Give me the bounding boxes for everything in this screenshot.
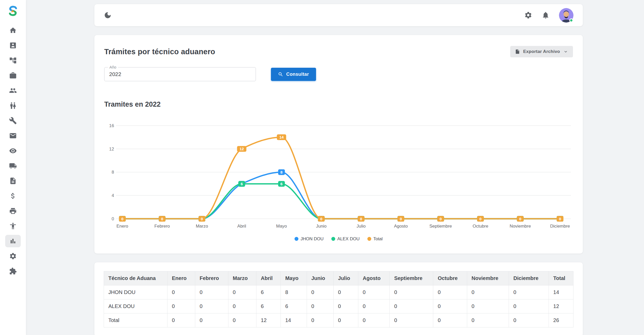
sidebar-item-extensions[interactable] xyxy=(5,265,21,277)
bar-chart-icon xyxy=(9,237,17,245)
sidebar-item-tools[interactable] xyxy=(5,114,21,127)
consultar-button[interactable]: Consultar xyxy=(271,68,316,81)
chevron-down-icon xyxy=(563,49,568,54)
sidebar-item-mail[interactable] xyxy=(5,129,21,142)
app-logo[interactable] xyxy=(7,5,19,17)
x-tick-label: Agosto xyxy=(394,224,408,229)
svg-text:14: 14 xyxy=(279,135,284,139)
legend-label: ALEX DOU xyxy=(337,236,360,242)
table-header-cell: Julio xyxy=(333,271,358,285)
search-icon xyxy=(278,72,283,77)
cell-value: 0 xyxy=(467,313,509,327)
sidebar-item-hierarchy[interactable] xyxy=(5,54,21,67)
year-field[interactable]: Año xyxy=(104,67,256,81)
sidebar-item-dollar[interactable] xyxy=(5,190,21,202)
point-label: 0 xyxy=(397,216,404,222)
table-row: Total0001214000000026 xyxy=(104,313,573,327)
tramites-card: Trámites por técnico aduanero Exportar A… xyxy=(94,35,583,254)
row-label: JHON DOU xyxy=(104,285,167,299)
filter-form: Año Consultar xyxy=(104,67,573,81)
svg-text:0: 0 xyxy=(360,217,362,221)
table-header-cell: Marzo xyxy=(228,271,256,285)
line-chart: 0481216EneroFebreroMarzoAbrilMayoJunioJu… xyxy=(104,115,573,234)
cell-value: 0 xyxy=(390,285,433,299)
sidebar-item-truck[interactable] xyxy=(5,160,21,172)
series-line xyxy=(122,137,560,219)
point-label: 0 xyxy=(477,216,484,222)
cell-value: 0 xyxy=(433,299,467,313)
sidebar-item-people[interactable] xyxy=(5,84,21,97)
x-tick-label: Noviembre xyxy=(510,224,531,229)
x-tick-label: Marzo xyxy=(196,224,208,229)
point-label: 6 xyxy=(238,181,245,187)
dark-mode-toggle[interactable] xyxy=(104,11,112,19)
sidebar-item-printer[interactable] xyxy=(5,205,21,217)
bell-icon xyxy=(542,11,550,19)
user-avatar[interactable] xyxy=(559,8,573,23)
cell-value: 0 xyxy=(307,299,333,313)
svg-text:6: 6 xyxy=(281,182,283,186)
y-tick-label: 0 xyxy=(111,216,114,221)
point-label: 6 xyxy=(278,181,285,187)
cell-value: 0 xyxy=(195,285,228,299)
cell-value: 12 xyxy=(549,299,573,313)
eye-icon xyxy=(9,147,17,155)
row-label: ALEX DOU xyxy=(104,299,167,313)
sidebar-item-home[interactable] xyxy=(5,24,21,37)
svg-text:0: 0 xyxy=(479,217,481,221)
cell-value: 12 xyxy=(256,313,281,327)
chart-title: Tramites en 2022 xyxy=(104,100,573,108)
sidebar-item-person[interactable] xyxy=(5,220,21,232)
svg-text:0: 0 xyxy=(439,217,442,221)
moon-icon xyxy=(104,11,112,19)
legend-item[interactable]: ALEX DOU xyxy=(331,236,360,242)
settings-button[interactable] xyxy=(524,11,532,19)
sidebar-item-reports[interactable] xyxy=(5,235,21,247)
sidebar-item-settings[interactable] xyxy=(5,250,21,262)
x-tick-label: Abril xyxy=(237,224,246,229)
legend-item[interactable]: JHON DOU xyxy=(295,236,324,242)
table-header-cell: Noviembre xyxy=(467,271,509,285)
sidebar-item-document[interactable] xyxy=(5,175,21,187)
export-button[interactable]: Exportar Archivo xyxy=(510,46,573,57)
svg-text:6: 6 xyxy=(241,182,243,186)
cell-value: 0 xyxy=(467,285,509,299)
x-tick-label: Octubre xyxy=(473,224,488,229)
id-badge-icon xyxy=(9,42,17,49)
cell-value: 0 xyxy=(358,313,390,327)
sidebar-item-eye[interactable] xyxy=(5,145,21,157)
svg-text:0: 0 xyxy=(201,217,203,221)
sidebar-item-users[interactable] xyxy=(5,99,21,112)
x-tick-label: Julio xyxy=(356,224,366,229)
cell-value: 0 xyxy=(228,299,256,313)
cell-value: 0 xyxy=(167,313,195,327)
topbar xyxy=(94,4,583,26)
cell-value: 0 xyxy=(228,313,256,327)
x-tick-label: Junio xyxy=(316,224,327,229)
point-label: 0 xyxy=(557,216,563,222)
notifications-button[interactable] xyxy=(542,11,550,19)
table-header-cell: Técnico de Aduana xyxy=(104,271,167,285)
point-label: 0 xyxy=(119,216,126,222)
legend-item[interactable]: Total xyxy=(367,236,383,242)
svg-text:0: 0 xyxy=(519,217,521,221)
sidebar-item-id-badge[interactable] xyxy=(5,39,21,52)
dollar-icon xyxy=(9,192,17,200)
main-content: Trámites por técnico aduanero Exportar A… xyxy=(26,0,644,335)
sidebar xyxy=(0,0,26,335)
year-input[interactable] xyxy=(104,67,256,81)
puzzle-icon xyxy=(9,267,17,275)
table-header-cell: Mayo xyxy=(281,271,307,285)
svg-text:12: 12 xyxy=(240,147,244,151)
table-header-cell: Diciembre xyxy=(509,271,549,285)
sidebar-item-briefcase[interactable] xyxy=(5,69,21,82)
cell-value: 0 xyxy=(167,285,195,299)
series-line xyxy=(122,184,560,219)
cell-value: 26 xyxy=(549,313,573,327)
cell-value: 0 xyxy=(390,313,433,327)
legend-label: JHON DOU xyxy=(300,236,324,242)
chart-legend: JHON DOUALEX DOUTotal xyxy=(104,236,573,242)
person-icon xyxy=(9,222,17,230)
cell-value: 6 xyxy=(256,299,281,313)
cell-value: 6 xyxy=(256,285,281,299)
